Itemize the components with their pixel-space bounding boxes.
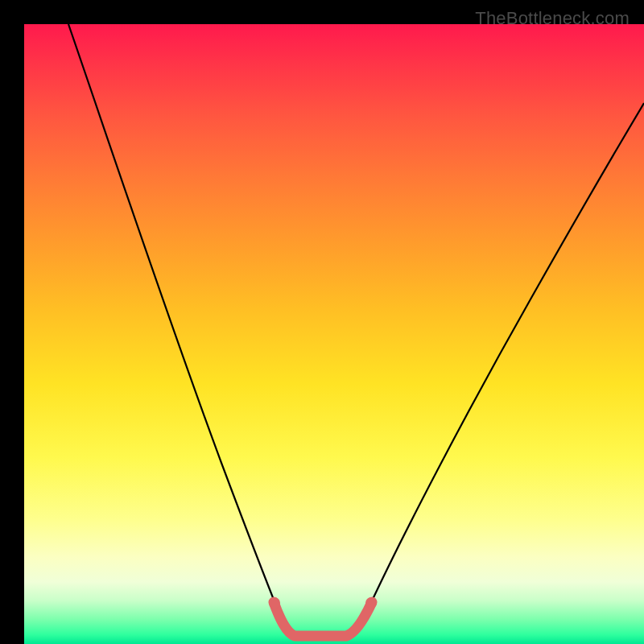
bottleneck-curve-path [68, 24, 644, 638]
marker-dot-right [365, 597, 377, 609]
optimal-range-marker [274, 602, 372, 636]
chart-frame [12, 12, 632, 632]
bottleneck-curve-svg [24, 24, 644, 644]
marker-dot-left [269, 597, 280, 609]
watermark-text: TheBottleneck.com [475, 8, 630, 29]
plot-area [24, 24, 644, 644]
